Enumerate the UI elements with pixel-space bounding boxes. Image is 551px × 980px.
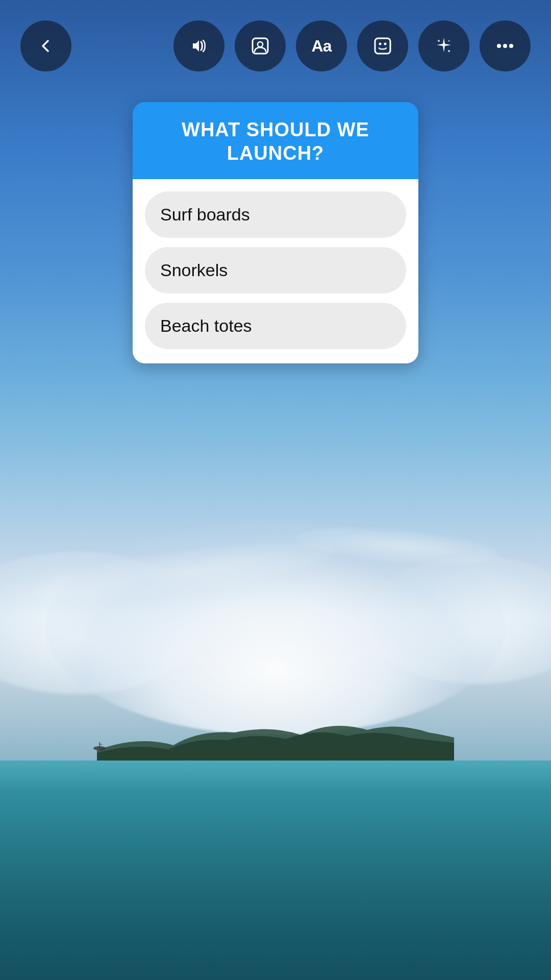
poll-header: WHAT SHOULD WE LAUNCH? <box>133 102 418 179</box>
text-icon: Aa <box>312 37 332 56</box>
svg-point-11 <box>497 44 501 48</box>
sticker-button[interactable] <box>357 20 408 71</box>
poll-card: WHAT SHOULD WE LAUNCH? Surf boards Snork… <box>133 102 418 363</box>
more-button[interactable] <box>480 20 531 71</box>
volume-button[interactable] <box>173 20 224 71</box>
mention-button[interactable] <box>235 20 286 71</box>
poll-title: WHAT SHOULD WE LAUNCH? <box>148 118 403 165</box>
svg-point-9 <box>448 40 450 42</box>
svg-point-13 <box>509 44 513 48</box>
poll-option-1[interactable]: Surf boards <box>145 191 406 238</box>
svg-point-6 <box>379 43 382 45</box>
poll-option-2[interactable]: Snorkels <box>145 247 406 293</box>
back-button[interactable] <box>20 20 71 71</box>
ocean <box>0 761 551 980</box>
island-silhouette <box>97 704 454 766</box>
toolbar-right-buttons: Aa <box>173 20 531 71</box>
text-button[interactable]: Aa <box>296 20 347 71</box>
svg-marker-2 <box>99 743 103 745</box>
poll-option-3[interactable]: Beach totes <box>145 303 406 349</box>
toolbar: Aa <box>0 0 551 82</box>
svg-point-12 <box>503 44 507 48</box>
svg-rect-5 <box>375 38 390 54</box>
poll-body: Surf boards Snorkels Beach totes <box>133 179 418 363</box>
boat <box>92 741 107 750</box>
svg-point-4 <box>258 42 263 47</box>
svg-point-7 <box>384 43 387 45</box>
svg-point-8 <box>438 40 440 42</box>
sparkle-button[interactable] <box>418 20 469 71</box>
svg-point-10 <box>448 50 450 52</box>
